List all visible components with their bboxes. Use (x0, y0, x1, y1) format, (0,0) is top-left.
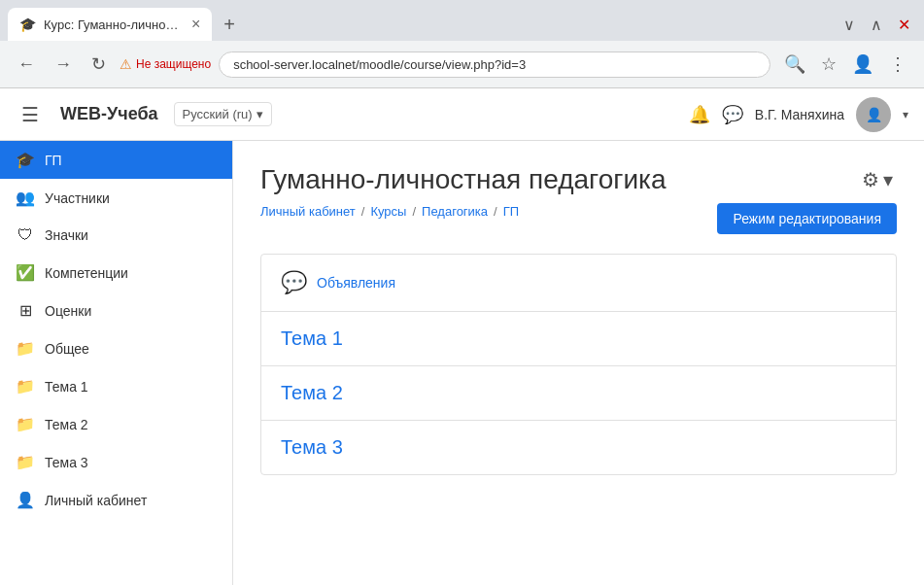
tab-favicon: 🎓 (19, 17, 36, 32)
sidebar-item-cabinet[interactable]: 👤 Личный кабинет (0, 481, 232, 519)
sidebar-icon-grades: ⊞ (16, 301, 35, 320)
address-actions: 🔍 ☆ 👤 ⋮ (778, 50, 912, 79)
address-bar: ← → ↻ ⚠ Не защищено school-server.localn… (0, 41, 924, 87)
sidebar-item-grades[interactable]: ⊞ Оценки (0, 292, 232, 329)
browser-chrome: 🎓 Курс: Гуманно-личностная п... × + ∨ ∧ … (0, 0, 924, 88)
breadcrumb-sep-1: / (412, 204, 416, 219)
sidebar-item-badges[interactable]: 🛡 Значки (0, 217, 232, 254)
sidebar-label-cabinet: Личный кабинет (45, 493, 147, 508)
sidebar-icon-topic2: 📁 (16, 415, 35, 433)
language-label: Русский (ru) (183, 107, 253, 121)
user-dropdown-arrow[interactable]: ▾ (903, 108, 908, 121)
sidebar-icon-cabinet: 👤 (16, 491, 35, 509)
url-domain: school-server.localnet (233, 57, 356, 72)
sidebar-item-general[interactable]: 📁 Общее (0, 329, 232, 367)
topic-title-2[interactable]: Тема 3 (281, 436, 343, 458)
warning-icon: ⚠ (120, 56, 132, 72)
edit-mode-button[interactable]: Режим редактирования (717, 203, 897, 234)
sidebar-icon-gp: 🎓 (16, 151, 35, 169)
topic-row-2: Тема 3 (261, 421, 896, 474)
breadcrumb-item-0[interactable]: Личный кабинет (260, 204, 356, 219)
sidebar-label-competencies: Компетенции (45, 265, 128, 281)
sidebar-label-gp: ГП (45, 153, 62, 168)
sidebar-item-topic1[interactable]: 📁 Тема 1 (0, 367, 232, 405)
active-tab[interactable]: 🎓 Курс: Гуманно-личностная п... × (8, 8, 212, 41)
sidebar-item-topic2[interactable]: 📁 Тема 2 (0, 405, 232, 443)
new-tab-button[interactable]: + (216, 10, 243, 40)
gear-dropdown-arrow: ▾ (883, 168, 893, 191)
close-button[interactable]: ✕ (892, 14, 916, 36)
sidebar-icon-competencies: ✅ (16, 263, 35, 282)
sidebar-item-topic3[interactable]: 📁 Тема 3 (0, 443, 232, 481)
nav-icons: 🔔 💬 В.Г. Маняхина 👤 ▾ (689, 97, 908, 132)
sidebar-label-general: Общее (45, 341, 89, 357)
profile-button[interactable]: 👤 (846, 50, 879, 79)
user-name: В.Г. Маняхина (755, 107, 844, 122)
sidebar-icon-general: 📁 (16, 339, 35, 358)
course-header: Гуманно-личностная педагогика ⚙ ▾ (260, 164, 897, 195)
user-avatar[interactable]: 👤 (856, 97, 891, 132)
sections-container: 💬 Объявления Тема 1Тема 2Тема 3 (260, 254, 897, 475)
sidebar-item-participants[interactable]: 👥 Участники (0, 179, 232, 217)
main-layout: 🎓 ГП 👥 Участники 🛡 Значки ✅ Компетенции … (0, 141, 924, 585)
breadcrumb-item-2[interactable]: Педагогика (422, 204, 488, 219)
messages-button[interactable]: 💬 (722, 104, 743, 125)
topic-row-1: Тема 2 (261, 366, 896, 421)
announcements-row: 💬 Объявления (261, 255, 896, 312)
breadcrumb-sep-0: / (361, 204, 365, 219)
sidebar-label-topic1: Тема 1 (45, 379, 88, 395)
breadcrumb-row: Личный кабинет / Курсы / Педагогика / ГП… (260, 203, 897, 234)
sidebar-label-grades: Оценки (45, 303, 91, 319)
sidebar-label-topic3: Тема 3 (45, 455, 88, 470)
back-button[interactable]: ← (12, 51, 41, 79)
sidebar-label-badges: Значки (45, 227, 88, 243)
sidebar: 🎓 ГП 👥 Участники 🛡 Значки ✅ Компетенции … (0, 141, 233, 585)
sidebar-icon-participants: 👥 (16, 189, 35, 207)
sidebar-icon-badges: 🛡 (16, 226, 35, 244)
course-title: Гуманно-личностная педагогика (260, 164, 667, 195)
avatar-icon: 👤 (866, 107, 882, 122)
topic-title-0[interactable]: Тема 1 (281, 327, 343, 349)
language-selector[interactable]: Русский (ru) ▾ (174, 102, 272, 126)
maximize-button[interactable]: ∧ (865, 14, 888, 36)
url-text: school-server.localnet/moodle/course/vie… (233, 57, 756, 72)
gear-icon: ⚙ (862, 168, 879, 191)
sidebar-item-competencies[interactable]: ✅ Компетенции (0, 254, 232, 292)
breadcrumb-item-1[interactable]: Курсы (370, 204, 406, 219)
security-warning: ⚠ Не защищено (120, 56, 211, 72)
moodle-app: ☰ WEB-Учеба Русский (ru) ▾ 🔔 💬 В.Г. Маня… (0, 88, 924, 585)
menu-button[interactable]: ⋮ (883, 50, 912, 79)
breadcrumb: Личный кабинет / Курсы / Педагогика / ГП (260, 204, 519, 219)
gear-button[interactable]: ⚙ ▾ (858, 164, 897, 195)
topic-row-0: Тема 1 (261, 312, 896, 366)
tab-close-button[interactable]: × (191, 16, 200, 33)
sidebar-icon-topic1: 📁 (16, 377, 35, 396)
url-path: /moodle/course/view.php?id=3 (356, 57, 526, 72)
tab-title: Курс: Гуманно-личностная п... (44, 17, 180, 32)
forward-button[interactable]: → (49, 51, 78, 79)
breadcrumb-sep-2: / (494, 204, 497, 219)
content-area: Гуманно-личностная педагогика ⚙ ▾ Личный… (233, 141, 924, 585)
sidebar-icon-topic3: 📁 (16, 453, 35, 471)
security-label: Не защищено (136, 57, 211, 71)
site-name: WEB-Учеба (60, 104, 158, 124)
url-bar[interactable]: school-server.localnet/moodle/course/vie… (219, 52, 770, 78)
lang-dropdown-arrow: ▾ (257, 107, 263, 121)
reload-button[interactable]: ↻ (86, 50, 112, 79)
topic-title-1[interactable]: Тема 2 (281, 382, 343, 403)
hamburger-button[interactable]: ☰ (16, 97, 45, 132)
announcements-section: 💬 Объявления (281, 270, 876, 295)
announcements-link[interactable]: Объявления (317, 275, 395, 291)
breadcrumb-item-3[interactable]: ГП (503, 204, 519, 219)
tab-bar: 🎓 Курс: Гуманно-личностная п... × + ∨ ∧ … (0, 0, 924, 41)
search-button[interactable]: 🔍 (778, 50, 811, 79)
bookmark-button[interactable]: ☆ (815, 50, 842, 79)
sidebar-label-topic2: Тема 2 (45, 417, 88, 432)
notifications-button[interactable]: 🔔 (689, 104, 710, 125)
announce-icon: 💬 (281, 270, 307, 295)
top-nav: ☰ WEB-Учеба Русский (ru) ▾ 🔔 💬 В.Г. Маня… (0, 88, 924, 141)
sidebar-item-gp[interactable]: 🎓 ГП (0, 141, 232, 179)
minimize-button[interactable]: ∨ (838, 14, 861, 36)
sidebar-label-participants: Участники (45, 190, 110, 206)
window-controls: ∨ ∧ ✕ (838, 14, 916, 36)
